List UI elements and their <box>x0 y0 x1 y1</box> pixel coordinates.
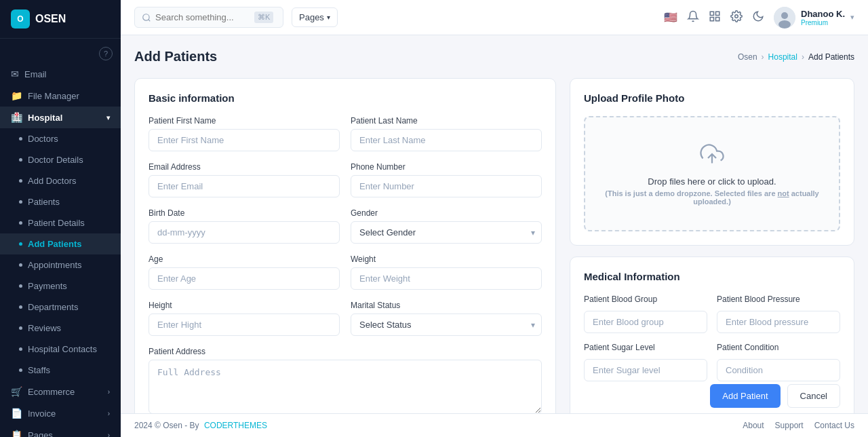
pages-button[interactable]: Pages ▾ <box>292 7 338 27</box>
upload-card: Upload Profile Photo Drop files here or … <box>570 78 854 246</box>
right-panel: Upload Profile Photo Drop files here or … <box>570 78 854 413</box>
footer-coderthemes-link[interactable]: CODERTHEMES <box>204 421 267 430</box>
search-shortcut: ⌘K <box>254 12 273 23</box>
blood-pressure-input[interactable] <box>717 311 840 333</box>
sidebar-item-invoice[interactable]: 📄 Invoice › <box>0 402 121 424</box>
gender-label: Gender <box>351 208 542 218</box>
sidebar-item-label: Email <box>24 69 47 79</box>
footer-contact-link[interactable]: Contact Us <box>814 421 854 430</box>
svg-point-0 <box>143 14 149 20</box>
birth-date-group: Birth Date <box>149 208 340 244</box>
bell-icon[interactable] <box>687 10 699 25</box>
condition-input[interactable] <box>717 359 840 381</box>
sidebar-item-email[interactable]: ✉ Email <box>0 63 121 85</box>
gear-icon[interactable] <box>730 10 743 25</box>
gender-select-wrapper: Select Gender Male Female Other <box>351 221 542 244</box>
blood-group-label: Patient Blood Group <box>584 294 707 304</box>
sidebar-item-label: Doctor Details <box>28 155 83 165</box>
blood-group-input[interactable] <box>584 311 707 333</box>
cancel-button[interactable]: Cancel <box>787 384 840 408</box>
sidebar-item-add-patients[interactable]: Add Patients <box>0 233 121 254</box>
sidebar-item-hospital[interactable]: 🏥 Hospital ▾ <box>0 107 121 128</box>
sidebar-item-label: Add Doctors <box>28 176 77 186</box>
dot-icon <box>19 221 22 225</box>
pages-chevron-icon: ▾ <box>327 14 330 21</box>
main-grid: Basic information Patient First Name Pat… <box>134 78 854 413</box>
sidebar-item-staffs[interactable]: Staffs <box>0 360 121 381</box>
footer-about-link[interactable]: About <box>743 421 764 430</box>
sidebar-item-doctors[interactable]: Doctors <box>0 128 121 149</box>
height-input[interactable] <box>149 314 340 336</box>
height-label: Height <box>149 301 340 310</box>
sidebar-item-departments[interactable]: Departments <box>0 297 121 318</box>
dropzone-sub: (This is just a demo dropzone. Selected … <box>599 189 825 206</box>
address-group: Patient Address <box>149 347 542 413</box>
dot-icon <box>19 137 22 140</box>
logo-icon: O <box>11 10 30 28</box>
flag-icon[interactable]: 🇺🇸 <box>664 11 677 24</box>
sidebar-item-reviews[interactable]: Reviews <box>0 318 121 339</box>
moon-icon[interactable] <box>752 10 764 25</box>
content-area: Add Patients Osen › Hospital › Add Patie… <box>121 35 868 413</box>
search-box[interactable]: ⌘K <box>134 7 283 28</box>
sidebar-item-appointments[interactable]: Appointments <box>0 254 121 276</box>
upload-icon <box>599 142 825 171</box>
first-name-input[interactable] <box>149 129 340 151</box>
gender-select[interactable]: Select Gender Male Female Other <box>351 221 542 244</box>
breadcrumb-osen[interactable]: Osen <box>738 52 757 62</box>
sidebar-item-label: Appointments <box>28 260 82 270</box>
sidebar-item-patients[interactable]: Patients <box>0 191 121 212</box>
topbar: ⌘K Pages ▾ 🇺🇸 <box>121 0 868 35</box>
age-label: Age <box>149 254 340 264</box>
sidebar-item-label: Ecommerce <box>28 387 75 397</box>
sidebar-item-doctor-details[interactable]: Doctor Details <box>0 149 121 170</box>
phone-input[interactable] <box>351 175 542 197</box>
address-input[interactable] <box>149 360 542 413</box>
dot-icon <box>19 305 22 309</box>
dropzone-sub-bold: not <box>778 189 789 197</box>
sidebar-item-label: Departments <box>28 302 78 312</box>
marital-select[interactable]: Select Status Single Married Divorced Wi… <box>351 314 542 336</box>
sugar-input[interactable] <box>584 359 707 381</box>
sidebar-item-patient-details[interactable]: Patient Details <box>0 212 121 233</box>
dropzone[interactable]: Drop files here or click to upload. (Thi… <box>584 116 840 231</box>
grid-icon[interactable] <box>709 10 721 25</box>
first-name-label: Patient First Name <box>149 116 340 126</box>
page-title: Add Patients <box>134 49 217 64</box>
sidebar-item-ecommerce[interactable]: 🛒 Ecommerce › <box>0 381 121 402</box>
logo-text: OSEN <box>35 13 66 25</box>
sidebar-item-label: Reviews <box>28 323 61 333</box>
main-area: ⌘K Pages ▾ 🇺🇸 <box>121 0 868 437</box>
sidebar-item-pages[interactable]: 📋 Pages › <box>0 424 121 437</box>
footer-copy: 2024 © Osen - By CODERTHEMES <box>134 421 267 430</box>
add-patient-button[interactable]: Add Patient <box>710 384 780 408</box>
weight-label: Weight <box>351 254 542 264</box>
age-input[interactable] <box>149 267 340 290</box>
form-row-age-weight: Age Weight <box>149 254 542 290</box>
breadcrumb-hospital[interactable]: Hospital <box>768 52 797 62</box>
sidebar-item-add-doctors[interactable]: Add Doctors <box>0 170 121 191</box>
last-name-input[interactable] <box>351 129 542 151</box>
sidebar-item-label: Add Patients <box>28 239 81 249</box>
weight-group: Weight <box>351 254 542 290</box>
search-input[interactable] <box>155 12 250 22</box>
help-icon[interactable]: ? <box>99 47 113 60</box>
birth-date-input[interactable] <box>149 221 340 244</box>
sidebar-item-file-manager[interactable]: 📁 File Manager <box>0 85 121 107</box>
search-icon <box>142 13 151 22</box>
blood-group-field: Patient Blood Group <box>584 294 707 333</box>
svg-rect-4 <box>710 17 713 20</box>
medical-title: Medical Information <box>584 271 840 282</box>
footer-support-link[interactable]: Support <box>775 421 804 430</box>
footer: 2024 © Osen - By CODERTHEMES About Suppo… <box>121 413 868 437</box>
user-menu[interactable]: Dhanoo K. Premium ▾ <box>774 7 854 28</box>
email-input[interactable] <box>149 175 340 197</box>
avatar <box>774 7 795 28</box>
weight-input[interactable] <box>351 267 542 290</box>
sugar-level-field: Patient Sugar Level <box>584 343 707 381</box>
svg-point-7 <box>781 12 788 19</box>
sidebar-item-payments[interactable]: Payments <box>0 276 121 297</box>
sidebar-item-hospital-contacts[interactable]: Hospital Contacts <box>0 339 121 360</box>
dot-icon <box>19 179 22 183</box>
basic-info-panel: Basic information Patient First Name Pat… <box>134 78 556 413</box>
